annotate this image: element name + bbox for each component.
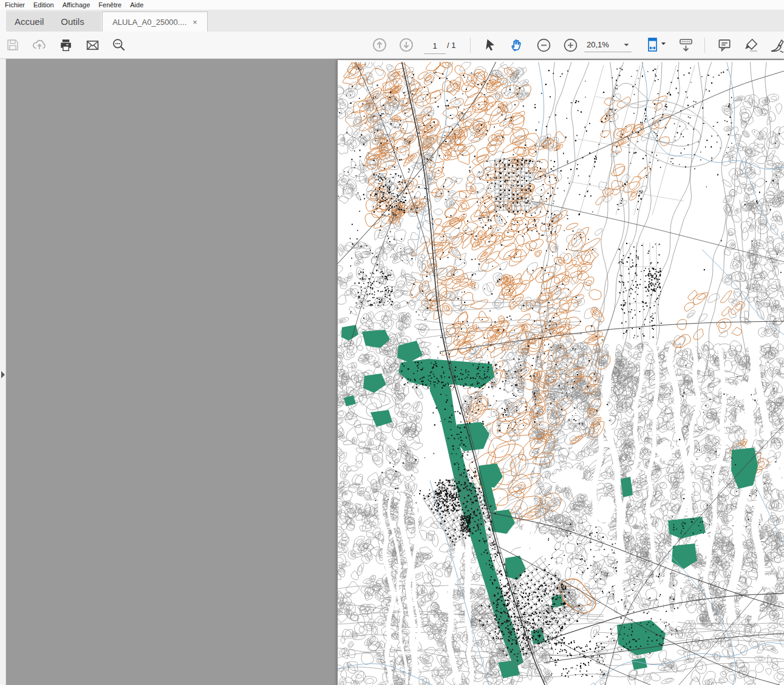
highlighter-pen-icon: [743, 37, 759, 53]
email-button[interactable]: [83, 35, 102, 55]
zoom-level-value: 20,1%: [587, 40, 609, 49]
toolbar: / 1 20,1%: [0, 32, 784, 59]
select-tool-button[interactable]: [481, 35, 500, 55]
hand-icon: [509, 37, 525, 53]
fill-sign-button[interactable]: [767, 35, 784, 55]
chevron-down-icon: [661, 43, 666, 45]
acrobat-window: Fichier Edition Affichage Fenêtre Aide A…: [0, 0, 784, 685]
close-icon[interactable]: ×: [193, 18, 197, 26]
nav-tab-block: Accueil Outils: [6, 12, 101, 32]
plus-circle-icon: [562, 37, 579, 53]
toolbar-divider: [704, 38, 705, 53]
hand-tool-button[interactable]: [507, 35, 527, 55]
arrow-up-circle-icon: [371, 36, 388, 53]
print-button[interactable]: [56, 35, 75, 55]
tab-accueil[interactable]: Accueil: [6, 16, 52, 27]
fill-sign-pen-icon: [769, 37, 784, 53]
previous-page-button[interactable]: [370, 35, 389, 55]
toolbar-divider: [470, 38, 471, 53]
menu-fichier[interactable]: Fichier: [0, 1, 29, 9]
page-total-label: / 1: [447, 41, 455, 50]
page-margin: [338, 60, 784, 62]
highlight-button[interactable]: [741, 35, 761, 55]
topographic-map: [338, 60, 784, 685]
tab-outils[interactable]: Outils: [52, 16, 92, 27]
minus-circle-icon: [536, 37, 552, 53]
zoom-tools-button[interactable]: [109, 35, 129, 55]
zoom-out-button[interactable]: [534, 35, 553, 55]
chevron-right-icon: [1, 371, 5, 378]
fit-width-icon: [643, 37, 667, 53]
dock-toolbar-button[interactable]: [676, 35, 695, 55]
zoom-loupe-icon: [111, 37, 127, 53]
navigation-pane-toggle[interactable]: [0, 369, 6, 381]
menu-aide[interactable]: Aide: [126, 1, 148, 9]
zoom-level-dropdown[interactable]: 20,1%: [584, 38, 632, 52]
share-upload-button[interactable]: [30, 35, 49, 55]
menu-bar: Fichier Edition Affichage Fenêtre Aide: [0, 0, 784, 10]
menu-edition[interactable]: Edition: [29, 1, 58, 9]
tab-bar-left-pad: [0, 10, 6, 32]
pdf-page[interactable]: [338, 60, 784, 685]
page-number-input[interactable]: [424, 38, 446, 54]
fit-width-button[interactable]: [643, 35, 668, 55]
envelope-icon: [85, 38, 100, 53]
tab-document[interactable]: ALULA_A0_25000.... ×: [102, 12, 208, 32]
comment-bubble-icon: [717, 37, 732, 53]
document-workspace: [0, 59, 784, 685]
menu-fenetre[interactable]: Fenêtre: [94, 1, 126, 9]
dock-toolbar-icon: [678, 37, 694, 53]
save-button[interactable]: [3, 35, 22, 55]
cloud-upload-icon: [32, 37, 47, 53]
printer-icon: [58, 38, 73, 53]
menu-affichage[interactable]: Affichage: [58, 1, 95, 9]
zoom-in-button[interactable]: [561, 35, 580, 55]
arrow-down-circle-icon: [398, 36, 415, 53]
chevron-down-icon: [624, 43, 629, 47]
next-page-button[interactable]: [397, 35, 416, 55]
comment-button[interactable]: [715, 35, 734, 55]
cursor-arrow-icon: [483, 38, 498, 52]
document-tab-label: ALULA_A0_25000....: [112, 18, 186, 27]
save-icon: [5, 38, 20, 52]
tab-bar: Accueil Outils ALULA_A0_25000.... ×: [0, 10, 784, 32]
